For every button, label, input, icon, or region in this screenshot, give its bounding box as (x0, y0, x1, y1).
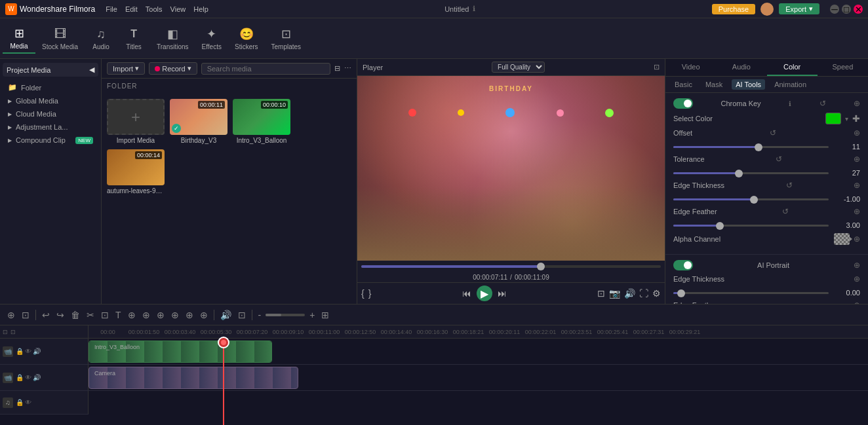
tl-more-btn[interactable]: ⊕ (198, 308, 210, 322)
maximize-button[interactable]: □ (842, 5, 851, 14)
search-input[interactable] (201, 63, 330, 75)
filter-icon[interactable]: ⊟ (334, 64, 340, 73)
media-item-intro[interactable]: 00:00:10 Intro_V3_Balloon (233, 99, 290, 144)
ai-portrait-et-expand-btn[interactable]: ⊕ (854, 274, 860, 284)
tl-grid-btn[interactable]: ⊞ (319, 308, 331, 322)
edge-feather-slider-handle[interactable] (716, 222, 724, 230)
fullscreen-btn[interactable]: ⛶ (639, 288, 648, 299)
chroma-key-info-icon[interactable]: ℹ (789, 100, 791, 107)
import-media-item[interactable]: + Import Media (107, 99, 165, 144)
tl-ai-btn[interactable]: ⊕ (184, 308, 195, 322)
mark-in-btn[interactable]: { (361, 288, 365, 299)
import-button[interactable]: Import ▾ (107, 62, 145, 75)
tab-speed[interactable]: Speed (818, 59, 868, 76)
purchase-button[interactable]: Purchase (712, 4, 755, 14)
preview-timeline[interactable] (357, 261, 665, 272)
track-2-visibility-btn[interactable]: 👁 (25, 374, 31, 381)
tl-snap-btn[interactable]: ⊡ (20, 308, 31, 322)
tab-video[interactable]: Video (665, 59, 716, 76)
ai-portrait-ef-expand-btn[interactable]: ⊕ (854, 301, 860, 304)
sidebar-item-global-media[interactable]: ▶ Global Media (3, 94, 98, 107)
tl-add-track-btn[interactable]: ⊕ (5, 308, 17, 322)
track-1-lock-btn[interactable]: 🔒 (16, 348, 24, 355)
tl-color-btn[interactable]: ⊕ (169, 308, 181, 322)
export-button[interactable]: Export ▾ (779, 3, 819, 14)
offset-slider-container[interactable]: 11 (673, 141, 860, 152)
subtab-ai-tools[interactable]: AI Tools (732, 79, 765, 90)
menu-help[interactable]: Help (193, 5, 208, 13)
track-2-audio-btn[interactable]: 🔊 (33, 374, 41, 381)
tolerance-slider-container[interactable]: 27 (673, 168, 860, 178)
sidebar-item-cloud-media[interactable]: ▶ Cloud Media (3, 107, 98, 120)
crop-btn[interactable]: ⊡ (597, 288, 605, 299)
subtab-animation[interactable]: Animation (770, 79, 810, 90)
tl-redo-btn[interactable]: ↪ (54, 308, 66, 322)
tl-track-btn[interactable]: ⊡ (236, 308, 248, 322)
video-clip-intro[interactable]: Intro_V3_Balloon (89, 341, 272, 363)
edge-feather-slider-container[interactable]: 3.00 (673, 220, 860, 231)
tab-color[interactable]: Color (767, 59, 818, 76)
tl-audio-btn[interactable]: 🔊 (218, 308, 233, 322)
ai-portrait-et-slider[interactable]: 0.00 (673, 287, 860, 298)
tolerance-expand-btn[interactable]: ⊕ (854, 155, 860, 164)
offset-slider-handle[interactable] (755, 143, 762, 151)
checkerboard-icon[interactable] (834, 233, 850, 245)
tab-audio[interactable]: Audio (716, 59, 766, 76)
zoom-slider[interactable] (266, 314, 305, 316)
tl-cut-btn[interactable]: ✂ (85, 308, 96, 322)
media-item-autumn[interactable]: 00:00:14 autumn-leaves-92681 (107, 149, 165, 194)
more-options-icon[interactable]: ⋯ (344, 64, 351, 73)
video-clip-camera[interactable]: Camera (89, 367, 298, 389)
tl-zoom-in-btn[interactable]: ⊕ (126, 308, 138, 322)
toolbar-transitions[interactable]: ◧ Transitions (150, 24, 195, 53)
subtab-basic[interactable]: Basic (671, 79, 696, 90)
audio-btn[interactable]: 🔊 (624, 288, 635, 299)
record-button[interactable]: Record ▾ (149, 62, 197, 75)
edge-thickness-reset-btn[interactable]: ↺ (786, 181, 793, 190)
track-2-lock-btn[interactable]: 🔒 (16, 374, 24, 381)
sidebar-item-adjustment-layer[interactable]: ▶ Adjustment La... (3, 120, 98, 134)
snapshot-btn[interactable]: 📷 (609, 288, 620, 299)
project-media-header[interactable]: Project Media ◀ (3, 63, 98, 77)
edge-thickness-slider-container[interactable]: -1.00 (673, 194, 860, 204)
offset-reset-btn[interactable]: ↺ (770, 128, 776, 138)
tl-undo-btn[interactable]: ↩ (40, 308, 52, 322)
color-arrow-icon[interactable]: ▾ (845, 115, 848, 122)
sidebar-item-compound-clip[interactable]: ▶ Compound Clip NEW (3, 134, 98, 147)
edge-thickness-expand-btn[interactable]: ⊕ (854, 181, 860, 190)
chroma-key-toggle[interactable] (673, 98, 693, 109)
edge-feather-expand-btn[interactable]: ⊕ (854, 207, 860, 216)
alpha-expand-btn[interactable]: ⊕ (854, 234, 860, 244)
toolbar-templates[interactable]: ⊡ Templates (265, 24, 308, 53)
toolbar-audio[interactable]: ♫ Audio (85, 24, 117, 53)
import-thumb[interactable]: + (107, 99, 165, 135)
timeline-scrubber[interactable] (537, 263, 545, 270)
audio-track-lock-btn[interactable]: 🔒 (16, 399, 24, 406)
ai-portrait-et-handle[interactable] (677, 289, 685, 297)
track-1-visibility-btn[interactable]: 👁 (25, 348, 31, 355)
next-frame-btn[interactable]: ⏭ (498, 288, 507, 299)
tl-text-btn[interactable]: T (113, 308, 123, 322)
cursor-head[interactable] (218, 337, 229, 348)
ai-portrait-expand-btn[interactable]: ⊕ (854, 261, 860, 270)
toolbar-effects[interactable]: ✦ Effects (195, 24, 228, 53)
eyedropper-button[interactable]: ✚ (852, 113, 860, 124)
subtab-mask[interactable]: Mask (701, 79, 726, 90)
edge-feather-reset-btn[interactable]: ↺ (782, 207, 789, 216)
sidebar-item-folder[interactable]: 📁 Folder (3, 81, 98, 94)
tl-delete-btn[interactable]: 🗑 (69, 308, 82, 322)
mark-out-btn[interactable]: } (368, 288, 372, 299)
offset-expand-btn[interactable]: ⊕ (854, 128, 860, 138)
color-swatch[interactable] (825, 113, 841, 124)
prev-frame-btn[interactable]: ⏮ (462, 288, 471, 299)
ai-portrait-toggle[interactable] (673, 260, 693, 270)
tl-split-btn[interactable]: ⊕ (140, 308, 152, 322)
close-button[interactable]: ✕ (854, 5, 863, 14)
toolbar-titles[interactable]: T Titles (117, 24, 150, 53)
timeline-progress-bar[interactable] (361, 265, 661, 268)
edge-thickness-slider-handle[interactable] (750, 196, 758, 204)
tl-speed-btn[interactable]: ⊕ (155, 308, 167, 322)
toolbar-stock-media[interactable]: 🎞 Stock Media (35, 24, 85, 53)
tl-crop-btn[interactable]: ⊡ (99, 308, 111, 322)
tolerance-slider-handle[interactable] (735, 170, 743, 177)
